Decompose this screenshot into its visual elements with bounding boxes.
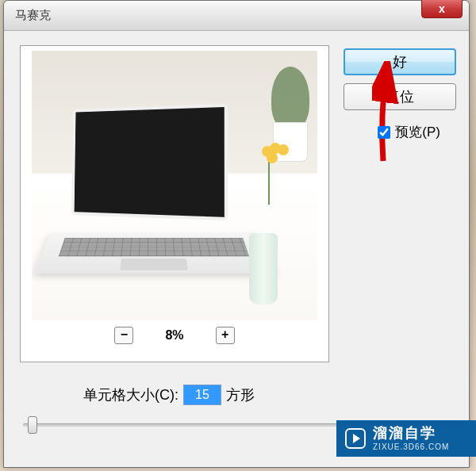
vase-decoration xyxy=(249,233,278,304)
cellsize-input[interactable] xyxy=(183,385,221,405)
preview-checkbox[interactable] xyxy=(378,126,390,139)
preview-checkbox-label: 预览(P) xyxy=(395,123,440,141)
watermark-title: 溜溜自学 xyxy=(373,425,449,442)
watermark-url: ZIXUE.3D66.COM xyxy=(373,442,449,452)
cellsize-label: 单元格大小(C): xyxy=(83,385,178,404)
laptop-graphic xyxy=(43,106,257,281)
titlebar[interactable]: 马赛克 x xyxy=(4,1,469,31)
zoom-in-button[interactable]: + xyxy=(216,327,235,344)
close-icon: x xyxy=(439,2,445,15)
cellsize-unit: 方形 xyxy=(226,385,255,404)
close-button[interactable]: x xyxy=(421,0,463,18)
dialog-body: − 8% + 好 复位 预览(P) 单元格大小(C): 方形 xyxy=(4,31,469,467)
annotation-arrow-icon xyxy=(372,61,404,164)
play-icon xyxy=(344,427,367,450)
flower-decoration xyxy=(262,146,273,157)
mosaic-dialog: 马赛克 x − 8% + xyxy=(3,0,470,468)
ok-button[interactable]: 好 xyxy=(344,48,456,75)
zoom-level-label: 8% xyxy=(165,328,183,343)
plant-decoration xyxy=(267,67,314,162)
cellsize-row: 单元格大小(C): 方形 xyxy=(83,385,255,405)
cellsize-slider-thumb[interactable] xyxy=(28,416,37,434)
zoom-controls: − 8% + xyxy=(21,327,328,344)
preview-checkbox-row[interactable]: 预览(P) xyxy=(378,123,440,141)
watermark: 溜溜自学 ZIXUE.3D66.COM xyxy=(336,420,476,457)
zoom-out-button[interactable]: − xyxy=(114,327,133,344)
reset-button[interactable]: 复位 xyxy=(344,83,456,110)
preview-panel: − 8% + xyxy=(20,45,329,362)
dialog-title: 马赛克 xyxy=(15,8,51,23)
preview-image[interactable] xyxy=(32,51,317,320)
